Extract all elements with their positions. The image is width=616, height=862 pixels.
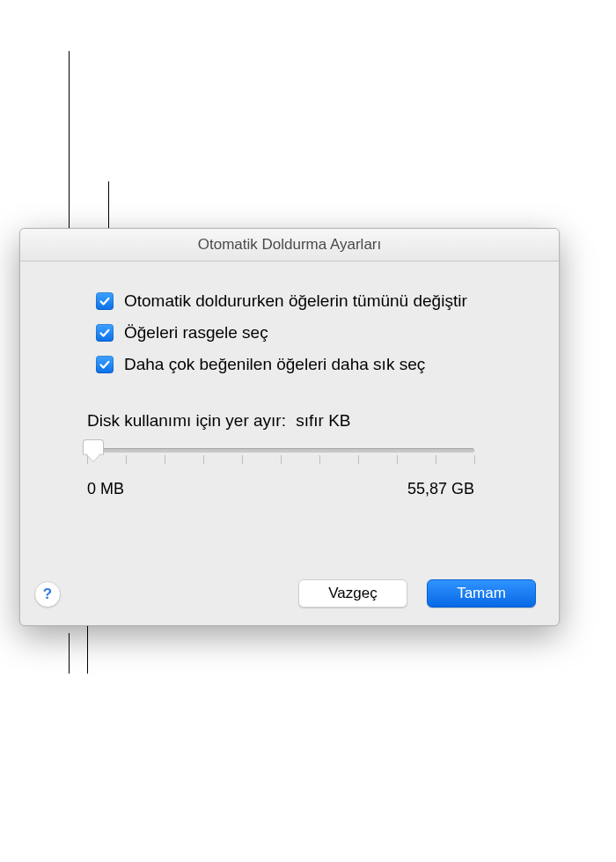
- checkbox-checked-icon[interactable]: [96, 356, 114, 373]
- checkbox-label: Otomatik doldururken öğelerin tümünü değ…: [124, 291, 467, 311]
- dialog-content: Otomatik doldururken öğelerin tümünü değ…: [20, 262, 559, 516]
- slider-tick: [358, 455, 359, 464]
- slider-track: [87, 448, 474, 453]
- slider-label: Disk kullanımı için yer ayır:: [87, 411, 286, 430]
- slider-tick: [203, 455, 204, 464]
- slider-tick: [319, 455, 320, 464]
- slider-tick: [281, 455, 282, 464]
- reserve-space-slider-block: Disk kullanımı için yer ayır: sıfır KB: [87, 411, 532, 498]
- callout-line: [69, 633, 70, 674]
- checkbox-row-higher-rated[interactable]: Daha çok beğenilen öğeleri daha sık seç: [96, 355, 532, 374]
- checkbox-row-random[interactable]: Öğeleri rasgele seç: [96, 323, 532, 343]
- slider-max-label: 55,87 GB: [407, 480, 474, 498]
- slider-tick: [242, 455, 243, 464]
- reserve-space-slider[interactable]: [87, 443, 474, 473]
- slider-tick: [436, 455, 436, 464]
- checkbox-row-replace-all[interactable]: Otomatik doldururken öğelerin tümünü değ…: [96, 291, 532, 311]
- slider-min-label: 0 MB: [87, 480, 124, 498]
- slider-range-labels: 0 MB 55,87 GB: [87, 480, 474, 498]
- slider-title: Disk kullanımı için yer ayır: sıfır KB: [87, 411, 532, 431]
- slider-tick: [397, 455, 398, 464]
- help-button[interactable]: ?: [34, 581, 61, 608]
- checkbox-label: Öğeleri rasgele seç: [124, 323, 268, 343]
- checkbox-label: Daha çok beğenilen öğeleri daha sık seç: [124, 355, 425, 374]
- checkbox-checked-icon[interactable]: [96, 324, 114, 342]
- slider-tick: [474, 455, 475, 464]
- dialog-title: Otomatik Doldurma Ayarları: [20, 229, 559, 262]
- checkbox-checked-icon[interactable]: [96, 292, 114, 310]
- slider-tick: [165, 455, 165, 464]
- slider-tick: [126, 455, 127, 464]
- slider-value: sıfır KB: [296, 411, 350, 430]
- cancel-button[interactable]: Vazgeç: [298, 579, 407, 608]
- dialog-button-row: Vazgeç Tamam: [298, 579, 536, 608]
- ok-button[interactable]: Tamam: [427, 579, 536, 608]
- autofill-settings-dialog: Otomatik Doldurma Ayarları Otomatik dold…: [19, 228, 560, 626]
